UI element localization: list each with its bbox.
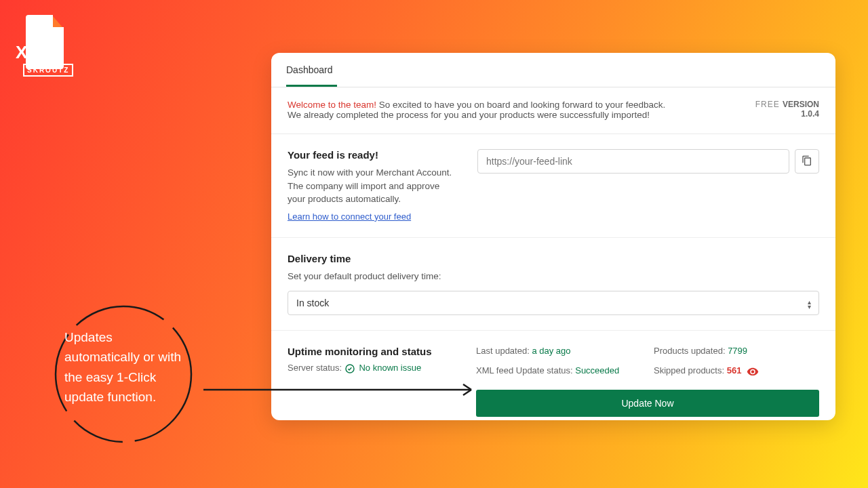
feed-section: Your feed is ready! Sync it now with you… xyxy=(271,134,835,238)
feed-url-input[interactable] xyxy=(477,149,789,174)
delivery-sub: Set your default product delivery time: xyxy=(288,270,819,283)
tab-dashboard[interactable]: Dashboard xyxy=(286,64,337,87)
last-updated-label: Last updated: xyxy=(476,346,532,356)
delivery-heading: Delivery time xyxy=(288,253,819,264)
last-updated-value: a day ago xyxy=(532,346,570,356)
tab-bar: Dashboard xyxy=(271,53,835,87)
learn-connect-link[interactable]: Learn how to connect your feed xyxy=(288,211,411,222)
version-free: FREE xyxy=(755,100,783,109)
dashboard-card: Dashboard Welcome to the team! So excite… xyxy=(271,53,835,420)
xml-status-value: Succeeded xyxy=(575,365,619,375)
skipped-value: 561 xyxy=(727,366,742,376)
server-status-value: No known issue xyxy=(359,363,421,373)
skipped-label: Skipped products: xyxy=(654,366,727,376)
products-updated-value: 7799 xyxy=(728,346,747,356)
xml-skroutz-logo: XML SKROUTZ xyxy=(19,15,70,73)
logo-skroutz-text: SKROUTZ xyxy=(23,64,73,77)
update-now-button[interactable]: Update Now xyxy=(476,390,819,417)
xml-status-label: XML feed Update status: xyxy=(476,365,575,375)
welcome-block: Welcome to the team! So excited to have … xyxy=(271,87,835,134)
callout-text: Updates automatically or with the easy 1… xyxy=(64,327,183,407)
status-heading: Uptime monitoring and status xyxy=(288,346,464,357)
eye-icon[interactable] xyxy=(747,365,759,378)
version-label: VERSION xyxy=(783,100,819,109)
arrow-icon xyxy=(203,380,481,400)
check-circle-icon xyxy=(344,363,355,374)
welcome-prefix: Welcome to the team! xyxy=(288,100,376,110)
copy-button[interactable] xyxy=(795,149,819,174)
welcome-line2: We already completed the process for you… xyxy=(288,110,819,120)
welcome-rest: So excited to have you on board and look… xyxy=(376,100,665,110)
callout-circle: Updates automatically or with the easy 1… xyxy=(51,302,196,447)
version-badge: FREE VERSION 1.0.4 xyxy=(755,100,819,119)
products-updated-label: Products updated: xyxy=(654,346,728,356)
copy-icon xyxy=(802,155,812,168)
delivery-select[interactable]: In stock xyxy=(288,291,819,315)
logo-xml-text: XML xyxy=(16,42,55,63)
server-status-label: Server status: xyxy=(288,363,344,373)
delivery-section: Delivery time Set your default product d… xyxy=(271,238,835,331)
version-number: 1.0.4 xyxy=(755,109,819,119)
feed-heading: Your feed is ready! xyxy=(288,149,457,161)
feed-body: Sync it now with your Merchant Account. … xyxy=(288,166,457,206)
